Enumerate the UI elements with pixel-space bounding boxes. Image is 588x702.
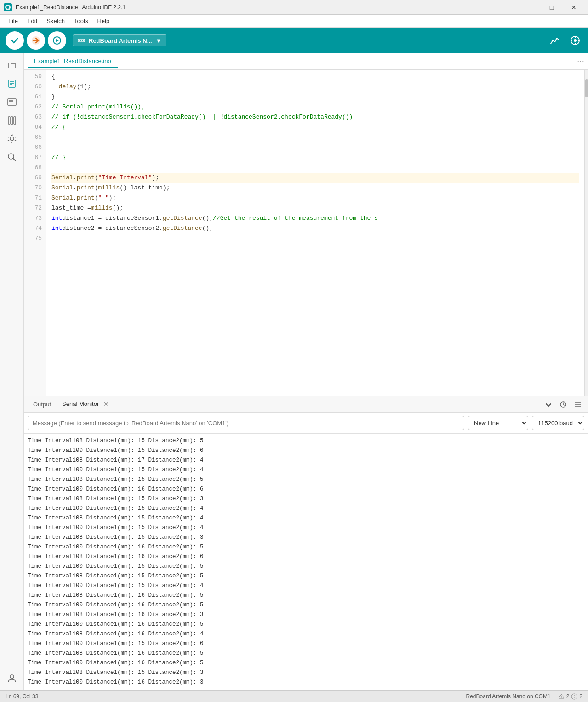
code-line-64: // { bbox=[51, 122, 579, 132]
bottom-panel: Output Serial Monitor ✕ bbox=[24, 396, 588, 690]
code-scrollbar-thumb bbox=[585, 79, 588, 97]
panel-collapse-button[interactable] bbox=[542, 398, 555, 411]
sidebar-item-sketchbook[interactable] bbox=[4, 75, 20, 92]
cursor-position: Ln 69, Col 33 bbox=[6, 693, 38, 700]
menu-tools[interactable]: Tools bbox=[69, 16, 92, 26]
serial-line: Time Interval108 Distance1(mm): 15 Dista… bbox=[28, 571, 584, 581]
sidebar-item-debug[interactable] bbox=[4, 131, 20, 147]
code-line-63: // if (!distanceSensor1.checkForDataRead… bbox=[51, 112, 579, 122]
serial-message-input[interactable] bbox=[28, 416, 464, 430]
panel-tab-output[interactable]: Output bbox=[28, 398, 57, 411]
notification-status: 2 2 bbox=[558, 693, 582, 700]
upload-button[interactable] bbox=[27, 31, 45, 50]
board-name: RedBoard Artemis N... bbox=[89, 37, 152, 44]
serial-line: Time Interval108 Distance1(mm): 16 Dista… bbox=[28, 552, 584, 562]
warning-icon bbox=[571, 693, 577, 700]
svg-line-40 bbox=[563, 405, 565, 405]
app-icon bbox=[4, 3, 12, 11]
panel-tab-bar: Output Serial Monitor ✕ bbox=[24, 396, 588, 413]
serial-line: Time Interval100 Distance1(mm): 16 Dista… bbox=[28, 542, 584, 552]
serial-line: Time Interval100 Distance1(mm): 16 Dista… bbox=[28, 658, 584, 668]
code-line-59: { bbox=[51, 72, 579, 82]
panel-tab-serial-monitor[interactable]: Serial Monitor ✕ bbox=[57, 398, 114, 411]
serial-line: Time Interval108 Distance1(mm): 16 Dista… bbox=[28, 629, 584, 639]
line-numbers: 59 60 61 62 63 64 65 66 67 68 69 70 71 7… bbox=[24, 70, 46, 396]
menu-bar: File Edit Sketch Tools Help bbox=[0, 15, 588, 28]
board-selector[interactable]: RedBoard Artemis N... ▼ bbox=[73, 34, 166, 46]
newline-select[interactable]: New Line No Line Ending Carriage Return … bbox=[468, 416, 528, 430]
panel-timestamp-button[interactable] bbox=[557, 398, 570, 411]
code-line-61: } bbox=[51, 92, 579, 102]
usb-icon bbox=[78, 37, 85, 44]
menu-help[interactable]: Help bbox=[92, 16, 114, 26]
code-line-74: int distance2 = distanceSensor2.getDista… bbox=[51, 223, 579, 234]
file-tab-more-button[interactable]: ⋯ bbox=[577, 57, 584, 66]
menu-sketch[interactable]: Sketch bbox=[42, 16, 69, 26]
serial-line: Time Interval108 Distance1(mm): 16 Dista… bbox=[28, 649, 584, 658]
maximize-button[interactable]: □ bbox=[541, 0, 562, 15]
baud-rate-select[interactable]: 300 baud 1200 baud 2400 baud 4800 baud 9… bbox=[532, 416, 584, 430]
serial-line: Time Interval108 Distance1(mm): 16 Dista… bbox=[28, 610, 584, 620]
content-area: Example1_ReadDistance.ino ⋯ 59 60 61 62 … bbox=[24, 53, 588, 690]
menu-file[interactable]: File bbox=[4, 16, 23, 26]
debug-button[interactable] bbox=[48, 31, 66, 50]
code-line-67: // } bbox=[51, 153, 579, 163]
status-bar-right: RedBoard Artemis Nano on COM1 2 2 bbox=[466, 693, 582, 700]
board-dropdown-icon: ▼ bbox=[156, 37, 162, 44]
menu-edit[interactable]: Edit bbox=[23, 16, 42, 26]
svg-line-29 bbox=[12, 135, 13, 136]
serial-monitor-tab-close[interactable]: ✕ bbox=[103, 400, 109, 408]
svg-rect-7 bbox=[79, 40, 80, 41]
serial-line: Time Interval100 Distance1(mm): 15 Dista… bbox=[28, 639, 584, 649]
code-line-62: // Serial.print(millis()); bbox=[51, 102, 579, 112]
serial-monitor-toolbar-button[interactable] bbox=[568, 33, 582, 48]
serial-line: Time Interval108 Distance1(mm): 17 Dista… bbox=[28, 456, 584, 465]
svg-rect-24 bbox=[8, 117, 10, 124]
sidebar-item-search[interactable] bbox=[4, 149, 20, 166]
svg-line-33 bbox=[15, 140, 16, 141]
serial-line: Time Interval100 Distance1(mm): 15 Dista… bbox=[28, 562, 584, 571]
sidebar-item-libraries[interactable] bbox=[4, 112, 20, 129]
board-status: RedBoard Artemis Nano on COM1 bbox=[466, 693, 551, 700]
close-button[interactable]: ✕ bbox=[563, 0, 584, 15]
svg-rect-20 bbox=[8, 99, 16, 105]
code-line-65 bbox=[51, 132, 579, 143]
code-line-72: last_time = millis(); bbox=[51, 203, 579, 213]
serial-line: Time Interval100 Distance1(mm): 16 Dista… bbox=[28, 678, 584, 687]
svg-rect-26 bbox=[14, 117, 16, 124]
code-line-71: Serial.print(" "); bbox=[51, 193, 579, 203]
window-title: Example1_ReadDistance | Arduino IDE 2.2.… bbox=[16, 4, 519, 11]
svg-point-48 bbox=[574, 697, 575, 697]
minimize-button[interactable]: — bbox=[519, 0, 540, 15]
serial-input-bar: New Line No Line Ending Carriage Return … bbox=[24, 413, 588, 434]
notification-icon bbox=[558, 693, 565, 700]
code-line-69: Serial.print("Time Interval"); bbox=[51, 173, 579, 183]
file-tab-label: Example1_ReadDistance.ino bbox=[34, 57, 111, 64]
output-tab-label: Output bbox=[33, 401, 51, 408]
serial-line: Time Interval100 Distance1(mm): 15 Dista… bbox=[28, 504, 584, 514]
sidebar-item-profile[interactable] bbox=[4, 670, 20, 686]
svg-rect-21 bbox=[9, 100, 11, 102]
serial-line: Time Interval100 Distance1(mm): 16 Dista… bbox=[28, 620, 584, 629]
serial-line: Time Interval108 Distance1(mm): 15 Dista… bbox=[28, 475, 584, 485]
code-editor: 59 60 61 62 63 64 65 66 67 68 69 70 71 7… bbox=[24, 70, 588, 396]
panel-tab-actions bbox=[542, 398, 584, 411]
serial-line: Time Interval100 Distance1(mm): 16 Dista… bbox=[28, 485, 584, 494]
warning-count: 2 bbox=[579, 693, 582, 700]
code-content[interactable]: { delay(1); } // Serial.print(millis()); bbox=[46, 70, 584, 396]
code-line-70: Serial.print(millis()-last_time); bbox=[51, 183, 579, 193]
code-lines-area[interactable]: 59 60 61 62 63 64 65 66 67 68 69 70 71 7… bbox=[24, 70, 588, 396]
svg-rect-9 bbox=[83, 40, 84, 41]
sidebar-item-folder[interactable] bbox=[4, 57, 20, 74]
sidebar-item-boards[interactable] bbox=[4, 94, 20, 110]
file-tab-main[interactable]: Example1_ReadDistance.ino bbox=[28, 55, 118, 68]
serial-line: Time Interval108 Distance1(mm): 15 Dista… bbox=[28, 668, 584, 678]
panel-menu-button[interactable] bbox=[571, 398, 584, 411]
serial-plotter-button[interactable] bbox=[548, 33, 562, 48]
svg-rect-16 bbox=[9, 80, 15, 87]
svg-point-37 bbox=[10, 675, 14, 679]
verify-button[interactable] bbox=[6, 31, 24, 50]
svg-point-27 bbox=[10, 137, 14, 141]
code-scrollbar[interactable] bbox=[584, 70, 588, 396]
toolbar-right bbox=[548, 33, 582, 48]
